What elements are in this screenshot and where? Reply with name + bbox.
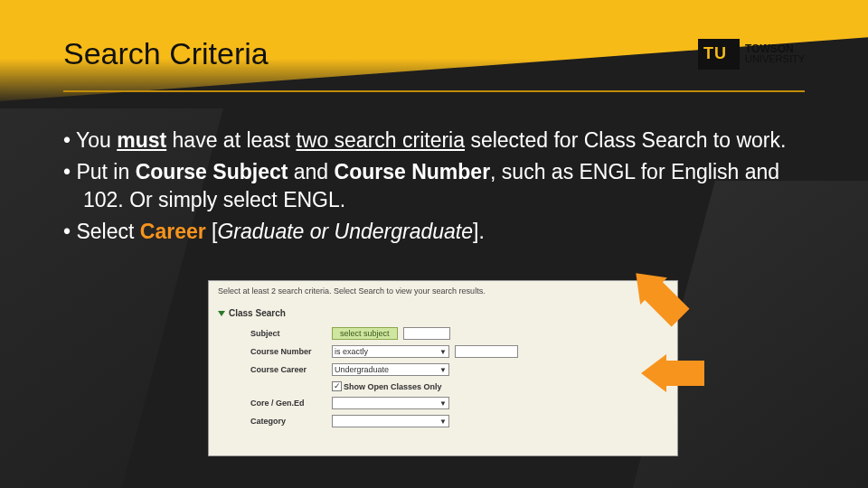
checkbox-label: Show Open Classes Only: [344, 382, 442, 391]
select-value: is exactly: [335, 347, 368, 356]
row-course-career: Course Career Undergraduate ▼: [218, 363, 668, 376]
category-select[interactable]: ▼: [332, 415, 449, 427]
row-show-open: ✓ Show Open Classes Only: [218, 381, 668, 391]
text: have at least: [166, 128, 296, 152]
page-title: Search Criteria: [63, 36, 269, 71]
text: selected for Class Search to work.: [465, 128, 786, 152]
chevron-down-icon: ▼: [439, 366, 447, 374]
collapse-triangle-icon[interactable]: [218, 311, 225, 316]
text: Put in: [76, 160, 135, 183]
text: Select: [76, 220, 139, 243]
class-search-screenshot: Select at least 2 search criteria. Selec…: [208, 280, 678, 456]
course-career-select[interactable]: Undergraduate ▼: [332, 363, 449, 376]
chevron-down-icon: ▼: [439, 418, 447, 426]
core-gened-select[interactable]: ▼: [332, 397, 449, 409]
bullet-list: You must have at least two search criter…: [63, 127, 805, 249]
emphasis-two-criteria: two search criteria: [296, 128, 465, 152]
checkbox-icon[interactable]: ✓: [332, 381, 342, 391]
bullet-item-2: Put in Course Subject and Course Number,…: [63, 158, 805, 214]
label-core-gened: Core / Gen.Ed: [250, 399, 332, 408]
bullet-item-1: You must have at least two search criter…: [63, 127, 805, 155]
section-title-text: Class Search: [229, 308, 286, 318]
select-subject-button[interactable]: select subject: [332, 327, 398, 340]
section-header[interactable]: Class Search: [218, 308, 668, 318]
header-divider: [63, 90, 805, 92]
towson-logo: TOWSON UNIVERSITY: [698, 39, 805, 70]
emphasis-must: must: [117, 128, 166, 152]
row-core-gened: Core / Gen.Ed ▼: [218, 397, 668, 409]
bullet-item-3: Select Career [Graduate or Undergraduate…: [63, 218, 805, 246]
select-value: Undergraduate: [335, 365, 389, 374]
emphasis-course-number: Course Number: [335, 160, 491, 183]
course-number-match-select[interactable]: is exactly ▼: [332, 345, 449, 358]
callout-arrow-icon: [641, 353, 704, 393]
text: You: [76, 128, 117, 152]
chevron-down-icon: ▼: [439, 399, 447, 408]
label-course-career: Course Career: [250, 365, 332, 374]
logo-mark-icon: [698, 39, 740, 70]
show-open-checkbox[interactable]: ✓ Show Open Classes Only: [332, 381, 442, 391]
text: ].: [473, 220, 485, 243]
emphasis-career: Career: [140, 220, 206, 243]
subject-code-input[interactable]: [403, 327, 450, 340]
logo-secondary: UNIVERSITY: [745, 54, 805, 64]
panel-instruction: Select at least 2 search criteria. Selec…: [218, 286, 668, 296]
label-category: Category: [250, 417, 332, 426]
row-category: Category ▼: [218, 415, 668, 427]
header: Search Criteria TOWSON UNIVERSITY: [0, 36, 868, 71]
class-search-panel: Select at least 2 search criteria. Selec…: [208, 280, 678, 456]
emphasis-course-subject: Course Subject: [136, 160, 288, 183]
text-italic: Graduate or Undergraduate: [217, 220, 473, 243]
course-number-input[interactable]: [455, 345, 518, 358]
text: and: [288, 160, 334, 183]
logo-text: TOWSON UNIVERSITY: [745, 43, 805, 64]
label-subject: Subject: [250, 329, 332, 338]
label-course-number: Course Number: [250, 347, 332, 356]
row-subject: Subject select subject: [218, 327, 668, 340]
chevron-down-icon: ▼: [439, 348, 447, 356]
row-course-number: Course Number is exactly ▼: [218, 345, 668, 358]
text: [: [206, 220, 218, 243]
svg-marker-1: [641, 354, 704, 392]
